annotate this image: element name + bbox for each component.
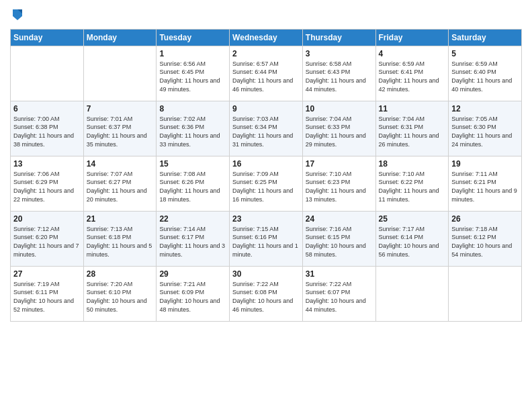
day-info: Sunrise: 7:08 AMSunset: 6:26 PMDaylight:… — [159, 170, 226, 203]
calendar-cell: 20Sunrise: 7:12 AMSunset: 6:20 PMDayligh… — [11, 211, 84, 266]
calendar-cell: 18Sunrise: 7:10 AMSunset: 6:22 PMDayligh… — [375, 156, 449, 211]
calendar-cell: 7Sunrise: 7:01 AMSunset: 6:37 PMDaylight… — [83, 101, 157, 156]
day-number: 30 — [232, 269, 300, 279]
day-number: 26 — [451, 214, 519, 224]
day-number: 13 — [13, 159, 81, 169]
calendar-cell: 27Sunrise: 7:19 AMSunset: 6:11 PMDayligh… — [11, 266, 84, 321]
calendar-week-row: 6Sunrise: 7:00 AMSunset: 6:38 PMDaylight… — [11, 101, 522, 156]
day-info: Sunrise: 7:02 AMSunset: 6:36 PMDaylight:… — [159, 115, 226, 148]
calendar-cell: 19Sunrise: 7:11 AMSunset: 6:21 PMDayligh… — [449, 156, 522, 211]
calendar-cell — [449, 266, 522, 321]
day-info: Sunrise: 7:11 AMSunset: 6:21 PMDaylight:… — [451, 170, 519, 203]
day-info: Sunrise: 6:58 AMSunset: 6:43 PMDaylight:… — [306, 60, 373, 93]
calendar-cell: 12Sunrise: 7:05 AMSunset: 6:30 PMDayligh… — [449, 101, 522, 156]
day-number: 17 — [306, 159, 373, 169]
page-header — [10, 7, 522, 24]
calendar-cell: 24Sunrise: 7:16 AMSunset: 6:15 PMDayligh… — [302, 211, 375, 266]
calendar-cell: 13Sunrise: 7:06 AMSunset: 6:29 PMDayligh… — [11, 156, 84, 211]
day-info: Sunrise: 7:07 AMSunset: 6:27 PMDaylight:… — [87, 170, 154, 203]
day-info: Sunrise: 7:20 AMSunset: 6:10 PMDaylight:… — [87, 280, 154, 314]
day-info: Sunrise: 7:05 AMSunset: 6:30 PMDaylight:… — [451, 115, 519, 148]
calendar-cell — [375, 266, 449, 321]
calendar-week-row: 13Sunrise: 7:06 AMSunset: 6:29 PMDayligh… — [11, 156, 522, 211]
calendar-cell: 25Sunrise: 7:17 AMSunset: 6:14 PMDayligh… — [375, 211, 449, 266]
weekday-header: Wednesday — [230, 29, 303, 46]
day-info: Sunrise: 7:04 AMSunset: 6:31 PMDaylight:… — [379, 115, 446, 148]
calendar-cell: 22Sunrise: 7:14 AMSunset: 6:17 PMDayligh… — [157, 211, 230, 266]
day-number: 18 — [379, 159, 446, 169]
calendar-cell: 9Sunrise: 7:03 AMSunset: 6:34 PMDaylight… — [230, 101, 303, 156]
weekday-header: Sunday — [11, 29, 84, 46]
day-info: Sunrise: 7:04 AMSunset: 6:33 PMDaylight:… — [306, 115, 373, 148]
calendar-week-row: 27Sunrise: 7:19 AMSunset: 6:11 PMDayligh… — [11, 266, 522, 321]
logo-icon — [11, 8, 24, 20]
calendar-cell — [83, 46, 157, 101]
calendar-cell: 31Sunrise: 7:22 AMSunset: 6:07 PMDayligh… — [302, 266, 375, 321]
weekday-header: Tuesday — [157, 29, 230, 46]
calendar-week-row: 1Sunrise: 6:56 AMSunset: 6:45 PMDaylight… — [11, 46, 522, 101]
weekday-header: Thursday — [302, 29, 375, 46]
weekday-header: Saturday — [449, 29, 522, 46]
day-number: 27 — [13, 269, 81, 279]
day-number: 31 — [306, 269, 373, 279]
calendar-cell: 26Sunrise: 7:18 AMSunset: 6:12 PMDayligh… — [449, 211, 522, 266]
day-number: 28 — [87, 269, 154, 279]
day-number: 12 — [451, 104, 519, 113]
day-info: Sunrise: 7:22 AMSunset: 6:08 PMDaylight:… — [232, 280, 300, 314]
day-info: Sunrise: 7:06 AMSunset: 6:29 PMDaylight:… — [13, 170, 81, 203]
day-number: 14 — [87, 159, 154, 169]
day-info: Sunrise: 7:18 AMSunset: 6:12 PMDaylight:… — [451, 225, 519, 259]
day-number: 11 — [379, 104, 446, 113]
calendar-cell: 11Sunrise: 7:04 AMSunset: 6:31 PMDayligh… — [375, 101, 449, 156]
day-info: Sunrise: 7:01 AMSunset: 6:37 PMDaylight:… — [87, 115, 154, 148]
day-info: Sunrise: 7:17 AMSunset: 6:14 PMDaylight:… — [379, 225, 446, 259]
day-info: Sunrise: 7:22 AMSunset: 6:07 PMDaylight:… — [306, 280, 373, 314]
weekday-header: Friday — [375, 29, 449, 46]
calendar-cell — [11, 46, 84, 101]
day-info: Sunrise: 7:03 AMSunset: 6:34 PMDaylight:… — [232, 115, 300, 148]
calendar-header-row: SundayMondayTuesdayWednesdayThursdayFrid… — [11, 29, 522, 46]
day-info: Sunrise: 6:57 AMSunset: 6:44 PMDaylight:… — [232, 60, 300, 93]
day-number: 8 — [159, 104, 226, 113]
day-number: 7 — [87, 104, 154, 113]
day-info: Sunrise: 7:14 AMSunset: 6:17 PMDaylight:… — [159, 225, 226, 259]
day-number: 9 — [232, 104, 300, 113]
day-number: 29 — [159, 269, 226, 279]
day-number: 1 — [159, 49, 226, 58]
day-info: Sunrise: 7:16 AMSunset: 6:15 PMDaylight:… — [306, 225, 373, 259]
calendar-cell: 29Sunrise: 7:21 AMSunset: 6:09 PMDayligh… — [157, 266, 230, 321]
calendar-cell: 14Sunrise: 7:07 AMSunset: 6:27 PMDayligh… — [83, 156, 157, 211]
calendar-cell: 28Sunrise: 7:20 AMSunset: 6:10 PMDayligh… — [83, 266, 157, 321]
calendar-cell: 15Sunrise: 7:08 AMSunset: 6:26 PMDayligh… — [157, 156, 230, 211]
calendar-cell: 8Sunrise: 7:02 AMSunset: 6:36 PMDaylight… — [157, 101, 230, 156]
weekday-header: Monday — [83, 29, 157, 46]
day-number: 10 — [306, 104, 373, 113]
calendar-cell: 21Sunrise: 7:13 AMSunset: 6:18 PMDayligh… — [83, 211, 157, 266]
day-number: 20 — [13, 214, 81, 224]
calendar-cell: 6Sunrise: 7:00 AMSunset: 6:38 PMDaylight… — [11, 101, 84, 156]
day-number: 23 — [232, 214, 300, 224]
day-info: Sunrise: 6:59 AMSunset: 6:41 PMDaylight:… — [379, 60, 446, 93]
day-number: 16 — [232, 159, 300, 169]
day-number: 4 — [379, 49, 446, 58]
day-number: 21 — [87, 214, 154, 224]
calendar-cell: 1Sunrise: 6:56 AMSunset: 6:45 PMDaylight… — [157, 46, 230, 101]
day-info: Sunrise: 7:10 AMSunset: 6:23 PMDaylight:… — [306, 170, 373, 203]
day-number: 24 — [306, 214, 373, 224]
calendar-cell: 17Sunrise: 7:10 AMSunset: 6:23 PMDayligh… — [302, 156, 375, 211]
day-info: Sunrise: 7:09 AMSunset: 6:25 PMDaylight:… — [232, 170, 300, 203]
calendar-cell: 16Sunrise: 7:09 AMSunset: 6:25 PMDayligh… — [230, 156, 303, 211]
day-number: 15 — [159, 159, 226, 169]
calendar-cell: 4Sunrise: 6:59 AMSunset: 6:41 PMDaylight… — [375, 46, 449, 101]
calendar-cell: 30Sunrise: 7:22 AMSunset: 6:08 PMDayligh… — [230, 266, 303, 321]
day-info: Sunrise: 6:59 AMSunset: 6:40 PMDaylight:… — [451, 60, 519, 93]
calendar-cell: 3Sunrise: 6:58 AMSunset: 6:43 PMDaylight… — [302, 46, 375, 101]
calendar-cell: 10Sunrise: 7:04 AMSunset: 6:33 PMDayligh… — [302, 101, 375, 156]
day-number: 25 — [379, 214, 446, 224]
day-number: 22 — [159, 214, 226, 224]
day-number: 5 — [451, 49, 519, 58]
day-info: Sunrise: 7:12 AMSunset: 6:20 PMDaylight:… — [13, 225, 81, 259]
calendar-cell: 5Sunrise: 6:59 AMSunset: 6:40 PMDaylight… — [449, 46, 522, 101]
logo — [10, 7, 24, 24]
calendar-week-row: 20Sunrise: 7:12 AMSunset: 6:20 PMDayligh… — [11, 211, 522, 266]
